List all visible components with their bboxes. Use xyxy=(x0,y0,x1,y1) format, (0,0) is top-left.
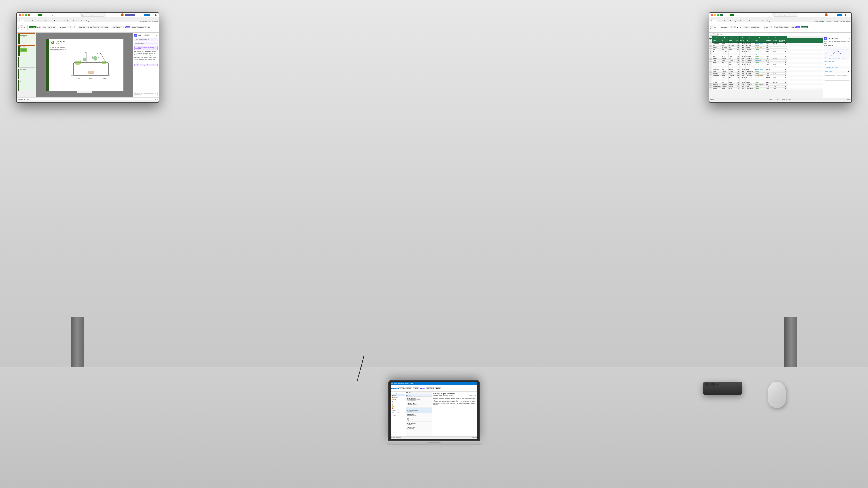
excel-row-12[interactable]: 12 Indonesia Jakarta Sylvie 199 3,400 In… xyxy=(709,64,823,66)
paste-button[interactable]: Paste xyxy=(18,25,21,30)
new-email-button[interactable]: ✉ New Email xyxy=(392,388,399,389)
excel-tab-help[interactable]: Help xyxy=(766,20,771,22)
cut-button[interactable]: ✂ Cut xyxy=(21,25,26,26)
merge-center-button[interactable]: Merge & Center xyxy=(751,26,760,28)
copilot-generate-button[interactable]: Create a presentation based on SB0113_Ro… xyxy=(134,46,158,50)
copilot-input-field[interactable]: Describe what you'd like to do, or type … xyxy=(134,92,158,96)
excel-row-10[interactable]: 10 Greece Athens Camille 192 4,100 Comme… xyxy=(709,59,823,62)
folder-notes[interactable]: 📒 Notes xyxy=(391,406,405,408)
folder-deleted[interactable]: 🗑 Deleted xyxy=(391,400,405,402)
excel-row-5[interactable]: 5 Italy Milan Sylvie 205 4,000 Education… xyxy=(709,48,823,51)
email-item-2[interactable]: Christian Carter Summary by Samantha Goo… xyxy=(406,402,432,408)
slide-thumb-4[interactable]: Exterior Furniture xyxy=(18,69,35,79)
excel-row-13[interactable]: 13 India Delhi Liane 181 4,200 Education… xyxy=(709,66,823,68)
excel-minimize-button[interactable] xyxy=(714,14,716,16)
excel-tab-data[interactable]: Data xyxy=(748,20,753,22)
shapes-button[interactable]: Shapes Button xyxy=(78,26,87,28)
excel-row-23[interactable]: 23 Vietnam Ha Noi Naomi 185 2,300 Transp… xyxy=(709,88,823,90)
excel-copilot-input[interactable]: Ask a question or make a request about d… xyxy=(824,74,850,81)
new-slide-button[interactable]: New Slide xyxy=(29,26,36,28)
excel-row-17[interactable]: 17 United States Chicago Raymond 209 4,0… xyxy=(709,75,823,77)
tab-help[interactable]: Help xyxy=(85,20,90,22)
excel-maximize-button[interactable] xyxy=(717,14,719,16)
number-format-selector[interactable]: General xyxy=(763,26,772,28)
outlook-minimize[interactable]: ─ xyxy=(473,383,473,384)
formula-content[interactable]: Country xyxy=(720,34,850,35)
find-button[interactable]: Find xyxy=(112,26,116,28)
col-d-header[interactable]: D xyxy=(735,36,739,38)
excel-tab-view[interactable]: View xyxy=(761,20,766,22)
email-item-4[interactable]: Meeting notes Please find attached... xyxy=(406,413,432,417)
tab-home[interactable]: Home xyxy=(18,20,24,22)
another-insight-button[interactable]: Can I see another insight? xyxy=(824,66,850,69)
folder-inbox[interactable]: 📥 Inbox xyxy=(391,394,405,396)
excel-search-bar[interactable]: 🔍 Search (Alt + Q) xyxy=(772,13,798,17)
shape-outline-button[interactable]: Shape Outline xyxy=(100,26,109,28)
main-slide[interactable]: 🌿 Concept 01 Sketch Based on the vision … xyxy=(45,39,124,91)
email-item-6[interactable]: Samantha Leblanc Final check xyxy=(406,422,432,426)
copilot-suggestion-2[interactable]: Add a slide about... xyxy=(134,42,158,45)
format-cells-button[interactable]: Format xyxy=(790,26,795,28)
excel-sheet1-tab[interactable]: Sheet 1 xyxy=(769,99,773,100)
excel-font-selector[interactable]: Aptos (Body) xyxy=(720,26,731,28)
col-c-header[interactable]: C xyxy=(728,36,735,38)
get-addins-button[interactable]: Get Add-ins xyxy=(137,26,145,28)
excel-row-14[interactable]: 14 South Korea Seoul Joseph 189 1,100 Sp… xyxy=(709,68,823,70)
bold-button[interactable]: B xyxy=(737,27,739,28)
col-a-header[interactable]: A xyxy=(712,36,721,38)
apply-modern-style-button[interactable]: Apply a modern style to the presentation xyxy=(134,64,158,66)
folder-search[interactable]: 🔍 Search Folders xyxy=(391,412,405,414)
col-g-header[interactable]: G xyxy=(754,36,765,38)
tab-insert[interactable]: Insert xyxy=(24,20,30,22)
excel-row-16[interactable]: 16 Philippines Manila Naomi 204 9,000 He… xyxy=(709,72,823,75)
excel-row-22[interactable]: 22 United Kingdom Birmingham Joseph 197 … xyxy=(709,86,823,88)
delete-cells-button[interactable]: Delete xyxy=(784,26,789,28)
slide-thumb-2[interactable]: Concept 01 xyxy=(18,45,35,56)
share-teams-button[interactable]: Share to Teams xyxy=(426,387,434,389)
styles-button[interactable]: Styles xyxy=(774,26,779,28)
copy-button[interactable]: 📋 Copy xyxy=(21,27,26,28)
excel-row-19[interactable]: 19 Brazil São Paulo Sylvie 202 3,900 Res… xyxy=(709,79,823,81)
email-tab-all[interactable]: All Other xyxy=(406,394,432,397)
minimize-button[interactable] xyxy=(22,14,24,16)
tab-transitions[interactable]: Transitions xyxy=(43,20,53,22)
col-j-header[interactable]: J xyxy=(779,36,787,38)
font-size[interactable]: 11 xyxy=(70,26,75,28)
folder-drafts[interactable]: 📝 Drafts xyxy=(391,398,405,400)
folder-outbox[interactable]: 📮 Outbox xyxy=(391,408,405,410)
excel-close-button[interactable] xyxy=(711,14,713,16)
excel-tab-review[interactable]: Review xyxy=(753,20,761,22)
reply-all-button[interactable]: ↩ Reply All xyxy=(405,387,412,389)
folder-conversation[interactable]: 💬 Conversation History xyxy=(391,402,405,404)
col-b-header[interactable]: B xyxy=(721,36,728,38)
excel-row-8[interactable]: 8 Turkey Istanbul Fanni 190 6,700 Health… xyxy=(709,55,823,57)
duplicate-button[interactable]: Duplicate Slide xyxy=(47,26,56,28)
wrap-text-button[interactable]: Wrap Text xyxy=(744,26,750,28)
arrange-button[interactable]: Arrange xyxy=(87,26,93,28)
excel-tab-formulas[interactable]: Formulas xyxy=(739,20,748,22)
folder-rss[interactable]: 📡 RSS Feeds xyxy=(391,410,405,412)
tab-view[interactable]: View xyxy=(79,20,85,22)
excel-row-20[interactable]: 20 Portugal Lisbon Liane 203 1,200 Indus… xyxy=(709,81,823,83)
excel-tab-pagelayout[interactable]: Page Layout xyxy=(729,20,739,22)
excel-row-15[interactable]: 15 China Shanghai Camille 199 4,800 Tran… xyxy=(709,70,823,72)
excel-row-11[interactable]: 11 Japan Tokyo Arthur 207 1,400 Resident… xyxy=(709,62,823,64)
excel-analyze-button[interactable]: Analyze Data xyxy=(801,27,808,28)
share-button[interactable]: Share xyxy=(144,14,150,16)
excel-copilot-button[interactable]: Copilot xyxy=(795,27,800,28)
folder-sent[interactable]: 📤 Sent Items xyxy=(391,396,405,398)
cell-reference-box[interactable]: A1 xyxy=(710,33,718,36)
excel-row-3[interactable]: 3 France Paris Raymond 205 9,200 Residen… xyxy=(709,44,823,46)
font-selector[interactable]: Aptos (Body) xyxy=(59,26,70,28)
tab-review[interactable]: Review xyxy=(72,20,79,22)
folder-junk[interactable]: 🚫 Junk Email xyxy=(391,404,405,406)
dictate-button[interactable]: Dictate xyxy=(145,26,151,28)
copilot-suggestion-1[interactable]: Create presentation from his... xyxy=(134,38,158,41)
maximize-button[interactable] xyxy=(25,14,27,16)
layout-button[interactable]: Layout xyxy=(36,26,41,28)
excel-workbook-stats[interactable]: Workbook Statistics xyxy=(782,99,792,100)
excel-paste-button[interactable]: Paste xyxy=(710,25,713,30)
col-e-header[interactable]: E xyxy=(739,36,745,38)
outlook-copilot-btn[interactable]: ✦ Copilot xyxy=(420,388,425,389)
add-to-new-sheet-button[interactable]: + Add to a new sheet xyxy=(824,61,850,62)
